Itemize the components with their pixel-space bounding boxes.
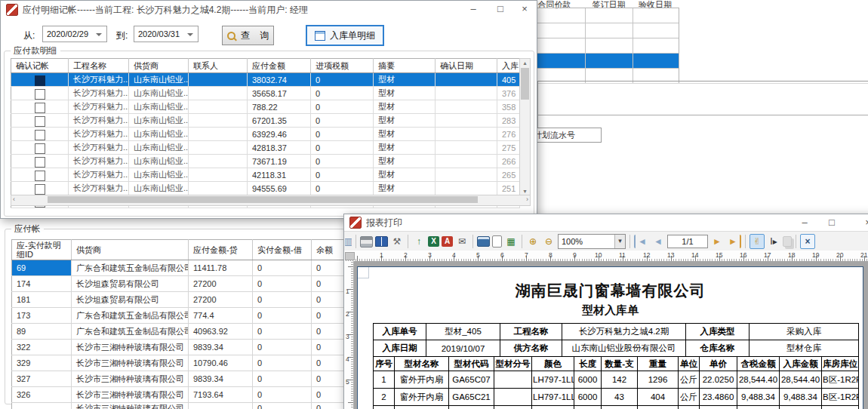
- table-row[interactable]: [525, 23, 679, 38]
- pdf-icon[interactable]: A: [442, 236, 453, 247]
- table-row[interactable]: 327长沙市三湘特种玻璃有限公司9839.3400: [12, 371, 357, 387]
- ruler-number: 1: [346, 288, 349, 295]
- table-cell: 265: [497, 168, 520, 182]
- column-header-detail-id[interactable]: 应-实付款明细ID: [12, 240, 72, 260]
- book-icon[interactable]: [375, 236, 388, 247]
- toolbar-separator: [796, 235, 796, 248]
- vertical-scrollbar[interactable]: ▴ ▾: [519, 58, 531, 196]
- next-page-icon[interactable]: ►: [710, 235, 724, 248]
- hand-tool-icon[interactable]: ✌: [749, 234, 765, 249]
- table-row[interactable]: 长沙万科魅力...山东南山铝业...94555.690型材251: [11, 182, 520, 195]
- confirm-checkbox[interactable]: [35, 103, 45, 113]
- zoom-in-icon[interactable]: ⊕: [526, 235, 540, 248]
- table-cell: 376: [497, 87, 520, 100]
- ruler-number: 6: [500, 251, 504, 259]
- table-row[interactable]: 长沙万科魅力...山东南山铝业...42118.310型材265: [11, 168, 520, 182]
- table-row[interactable]: 326长沙市三湘特种玻璃有限公司7193.6400: [12, 387, 357, 403]
- chevron-down-icon[interactable]: ▾: [614, 235, 625, 248]
- table-row[interactable]: 174长沙坦森贸易有限公司2720000: [12, 276, 357, 292]
- scroll-down-icon[interactable]: ▾: [520, 188, 530, 195]
- toolbar-separator: [629, 235, 630, 248]
- confirm-checkbox[interactable]: [35, 130, 45, 140]
- minimize-button[interactable]: –: [461, 1, 485, 19]
- panel-toggle-icon[interactable]: ▥: [345, 235, 352, 248]
- mail-icon[interactable]: ✉: [455, 235, 469, 248]
- column-header-supplier[interactable]: 供货商: [72, 240, 189, 260]
- table-row[interactable]: [525, 38, 679, 54]
- table-row[interactable]: 329长沙市三湘特种玻璃有限公司10790.4600: [12, 355, 357, 371]
- confirm-checkbox[interactable]: [35, 157, 45, 168]
- scroll-right-icon[interactable]: ›: [526, 195, 528, 203]
- table-row[interactable]: 长沙万科魅力...山东南山铝业...788.220型材358: [11, 100, 520, 114]
- table-row[interactable]: 长沙万科魅力...山东南山铝业...63929.460型材276: [11, 128, 520, 141]
- table-row[interactable]: 322长沙市三湘特种玻璃有限公司9839.3400: [12, 340, 357, 355]
- table-cell: 0: [253, 340, 312, 355]
- scroll-left-icon[interactable]: ‹: [13, 195, 15, 203]
- export-icon[interactable]: ↑: [412, 235, 426, 248]
- confirm-checkbox[interactable]: [35, 89, 45, 100]
- horizontal-scrollbar[interactable]: ‹ ›: [11, 195, 531, 206]
- tools-icon[interactable]: ⚒: [390, 235, 404, 248]
- close-button[interactable]: ×: [512, 1, 537, 19]
- column-header-tax[interactable]: 进项税额: [311, 59, 374, 73]
- query-button[interactable]: 查 询: [222, 26, 274, 45]
- confirm-checkbox[interactable]: [35, 184, 45, 195]
- maximize-button[interactable]: □: [488, 1, 512, 19]
- table-row[interactable]: 69广东合和建筑五金制品有限公司11411.7800: [12, 260, 357, 276]
- page-icon[interactable]: [492, 235, 502, 248]
- table-cell: 0: [311, 182, 374, 195]
- column-header-confirm-date[interactable]: 确认日期: [436, 59, 497, 73]
- table-row[interactable]: 长沙市三湘特种玻璃有限公司00: [12, 403, 357, 409]
- maximize-button[interactable]: □: [820, 214, 844, 232]
- column-header-confirm[interactable]: 确认记帐: [11, 59, 69, 73]
- prev-page-icon[interactable]: ◄: [651, 235, 665, 248]
- table-row[interactable]: [525, 8, 679, 23]
- confirm-checkbox[interactable]: [35, 116, 45, 127]
- table-row[interactable]: 181长沙坦森贸易有限公司2720000: [12, 292, 357, 308]
- copy-icon[interactable]: [783, 236, 792, 247]
- close-preview-icon[interactable]: ×: [800, 234, 815, 249]
- zoom-out-icon[interactable]: ⊖: [542, 235, 556, 248]
- table-cell: [189, 73, 248, 87]
- print-icon[interactable]: [360, 236, 373, 248]
- column-header-contact[interactable]: 联系人: [189, 59, 248, 73]
- receipt-detail-button[interactable]: 入库单明细: [306, 25, 384, 46]
- first-page-icon[interactable]: ◄: [634, 235, 649, 248]
- scroll-up-icon[interactable]: ▴: [520, 60, 530, 66]
- column-header-amount[interactable]: 应付金额: [248, 59, 311, 73]
- table-row[interactable]: 89广东合和建筑五金制品有限公司40963.9200: [12, 324, 357, 340]
- confirm-checkbox[interactable]: [35, 143, 45, 154]
- table-row[interactable]: 长沙万科魅力...山东南山铝业...42818.370型材275: [11, 141, 520, 155]
- confirm-checkbox[interactable]: [35, 75, 45, 86]
- scrollbar-thumb[interactable]: [48, 196, 478, 203]
- column-header-supplier[interactable]: 供货商: [129, 59, 189, 73]
- table-row[interactable]: 173广东合和建筑五金制品有限公司774.400: [12, 308, 357, 324]
- page-indicator-input[interactable]: 1/1: [667, 235, 708, 248]
- column-header-summary[interactable]: 摘要: [374, 59, 436, 73]
- column-header-receipt[interactable]: 入库: [497, 59, 520, 73]
- to-date-select[interactable]: 2020/03/31: [134, 26, 199, 42]
- table-row[interactable]: 长沙万科魅力...山东南山铝业...38032.740型材405: [11, 73, 520, 87]
- table-row[interactable]: 长沙万科魅力...山东南山铝业...35658.170型材376: [11, 87, 520, 100]
- confirm-checkbox[interactable]: [35, 171, 45, 181]
- to-date-value: 2020/03/31: [134, 29, 187, 38]
- from-date-select[interactable]: 2020/02/29: [42, 26, 107, 42]
- grid-icon[interactable]: ▦: [504, 235, 518, 248]
- zoom-level-combo[interactable]: 100%▾: [558, 234, 626, 249]
- minimize-button[interactable]: –: [793, 214, 817, 232]
- column-header: 入库金额: [780, 357, 822, 371]
- info-value: 长沙万科魅力之城4.2期: [562, 324, 686, 340]
- table-row[interactable]: [525, 54, 679, 69]
- text-select-icon[interactable]: I▸: [767, 235, 780, 248]
- print-setup-icon[interactable]: [477, 236, 490, 247]
- table-row[interactable]: 长沙万科魅力...山东南山铝业...67201.350型材283: [11, 114, 520, 128]
- column-header-project[interactable]: 工程名称: [69, 59, 129, 73]
- close-button[interactable]: ×: [856, 214, 868, 232]
- table-cell: [780, 406, 822, 409]
- column-header-credit[interactable]: 应付金额-贷: [189, 240, 253, 260]
- column-header-debit[interactable]: 实付金额-借: [253, 240, 312, 260]
- last-page-icon[interactable]: ►: [726, 235, 741, 248]
- scrollbar-thumb[interactable]: [521, 68, 529, 100]
- table-row[interactable]: 长沙万科魅力...山东南山铝业...73671.190型材266: [11, 155, 520, 168]
- excel-icon[interactable]: X: [428, 236, 439, 247]
